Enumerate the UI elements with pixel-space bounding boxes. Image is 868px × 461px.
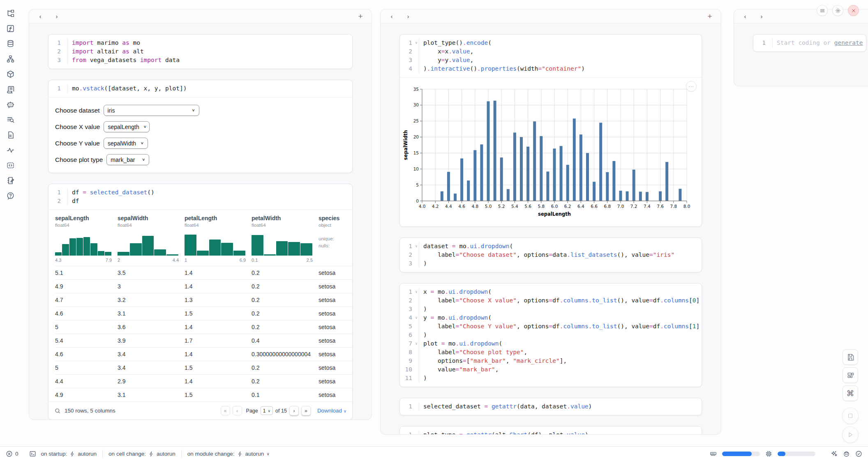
- altair-bar-chart[interactable]: 4.04.24.44.64.85.05.25.45.65.86.06.26.46…: [402, 83, 693, 221]
- table-row[interactable]: 4.73.21.30.2setosa: [55, 293, 352, 307]
- notebook-cell: 1plot_type = getattr(alt.Chart(df), plot…: [399, 426, 702, 435]
- database-icon[interactable]: [6, 39, 15, 48]
- line-number: 4: [400, 65, 414, 73]
- column-header[interactable]: sepalWidthfloat6424.4: [118, 215, 185, 266]
- chart-options-icon[interactable]: ⋯: [686, 81, 697, 92]
- runtime-config-segment[interactable]: on startup:autorun: [41, 451, 97, 457]
- fold-chevron-icon[interactable]: ∨: [414, 242, 419, 251]
- svg-text:4.0: 4.0: [419, 204, 426, 209]
- line-number: 1: [400, 431, 414, 435]
- function-square-icon[interactable]: [6, 24, 15, 33]
- search-icon[interactable]: [54, 408, 61, 414]
- column-header[interactable]: petalWidthfloat640.12.5: [252, 215, 319, 266]
- package-icon[interactable]: [6, 70, 15, 78]
- svg-text:7.4: 7.4: [644, 204, 651, 209]
- scroll-left-icon[interactable]: ‹: [35, 11, 46, 22]
- scroll-right-icon[interactable]: ›: [403, 11, 413, 22]
- line-number: 1: [48, 39, 62, 47]
- dropdown-select-choose-y-value[interactable]: sepalWidth∨: [104, 138, 148, 149]
- table-row[interactable]: 4.63.41.40.30000000000000004setosa: [55, 347, 352, 361]
- column-header[interactable]: petalLengthfloat6416.9: [185, 215, 252, 266]
- line-number: 4: [400, 313, 414, 322]
- code-editor[interactable]: 1plot_type = getattr(alt.Chart(df), plot…: [400, 426, 702, 435]
- column-header[interactable]: sepalLengthfloat644.37.9: [55, 215, 118, 266]
- table-row[interactable]: 5.13.51.40.2setosa: [55, 266, 352, 279]
- code-editor[interactable]: 1∨dataset = mo.ui.dropdown(2 label="Choo…: [400, 238, 702, 272]
- line-number: 6: [400, 331, 414, 339]
- cell-output: sepalLengthfloat644.37.9sepalWidthfloat6…: [48, 210, 352, 420]
- table-cell: 3.1: [118, 310, 185, 317]
- close-icon[interactable]: [848, 5, 859, 16]
- add-cell-icon[interactable]: +: [704, 11, 715, 22]
- dropdown-row: Choose Y valuesepalWidth∨: [55, 138, 346, 149]
- fold-chevron-icon[interactable]: ∨: [414, 313, 419, 322]
- scroll-icon[interactable]: [6, 85, 15, 94]
- connection-check-icon[interactable]: [855, 450, 862, 457]
- page-select[interactable]: 1∨: [261, 406, 273, 415]
- table-row[interactable]: 5.43.91.70.4setosa: [55, 334, 352, 347]
- terminal-icon[interactable]: [29, 450, 36, 457]
- save-icon[interactable]: [843, 349, 858, 365]
- table-cell: setosa: [319, 324, 347, 330]
- column-header[interactable]: speciesobjectunique:nulls:: [319, 215, 347, 266]
- prev-page-button[interactable]: ‹: [233, 406, 242, 415]
- scroll-right-icon[interactable]: ›: [756, 11, 767, 22]
- dropdown-select-choose-plot-type[interactable]: mark_bar∨: [106, 154, 149, 165]
- dropdown-select-choose-x-value[interactable]: sepalLength∨: [104, 121, 150, 132]
- scroll-right-icon[interactable]: ›: [51, 11, 62, 22]
- code-editor[interactable]: 1selected_dataset = getattr(data, datase…: [400, 398, 702, 415]
- svg-text:4.2: 4.2: [432, 204, 439, 209]
- scroll-left-icon[interactable]: ‹: [386, 11, 397, 22]
- ai-sparkles-icon[interactable]: [831, 450, 838, 457]
- scroll-left-icon[interactable]: ‹: [740, 11, 750, 22]
- list-search-icon[interactable]: [6, 115, 15, 124]
- table-row[interactable]: 4.63.11.50.2setosa: [55, 307, 352, 320]
- svg-text:5.2: 5.2: [498, 204, 505, 209]
- lightning-bolt-icon: [69, 451, 75, 457]
- file-tree-icon[interactable]: [6, 9, 15, 18]
- table-cell: 5.4: [55, 337, 118, 344]
- assistant-icon[interactable]: [843, 450, 850, 457]
- table-row[interactable]: 53.61.40.2setosa: [55, 320, 352, 334]
- code-editor[interactable]: 1mo.vstack([dataset, x, y, plot]): [48, 80, 352, 97]
- bot-chat-icon[interactable]: [6, 100, 15, 109]
- table-row[interactable]: 53.41.50.2setosa: [55, 361, 352, 374]
- table-cell: 4.9: [55, 283, 118, 290]
- fold-chevron-icon[interactable]: ∨: [414, 39, 419, 47]
- dropdown-select-choose-dataset[interactable]: iris∨: [104, 105, 199, 116]
- runtime-config-segment[interactable]: on module change:autorun∨: [187, 451, 270, 457]
- workflow-icon[interactable]: [6, 55, 15, 63]
- table-cell: 0.2: [252, 297, 319, 303]
- stop-icon[interactable]: [842, 408, 859, 424]
- errors-icon[interactable]: [6, 450, 13, 457]
- next-page-button[interactable]: ›: [289, 406, 299, 415]
- command-icon[interactable]: ⌘: [843, 385, 858, 401]
- run-icon[interactable]: [842, 426, 859, 443]
- last-page-button[interactable]: »: [301, 406, 311, 415]
- table-row[interactable]: 4.931.40.2setosa: [55, 279, 352, 293]
- table-row[interactable]: 4.93.11.50.1setosa: [55, 388, 352, 401]
- table-cell: setosa: [319, 351, 347, 357]
- code-editor[interactable]: 1Start coding or generate with AI: [753, 35, 866, 51]
- fold-chevron-icon[interactable]: ∨: [414, 339, 419, 348]
- code-editor[interactable]: 1import marimo as mo2import altair as al…: [48, 35, 352, 69]
- fold-chevron-icon[interactable]: ∨: [414, 288, 419, 296]
- code-editor[interactable]: 1∨x = mo.ui.dropdown(2 label="Choose X v…: [400, 284, 702, 387]
- table-row[interactable]: 4.42.91.40.2setosa: [55, 374, 352, 388]
- document-icon[interactable]: [6, 131, 15, 139]
- layout-icon[interactable]: [843, 367, 858, 383]
- download-button[interactable]: Download ∨: [317, 408, 346, 414]
- help-circle-icon[interactable]: [6, 191, 15, 200]
- notebook-pen-icon[interactable]: [6, 176, 15, 185]
- settings-gear-icon[interactable]: [832, 5, 843, 16]
- table-cell: 0.2: [252, 324, 319, 330]
- code-box-icon[interactable]: [6, 161, 15, 170]
- first-page-button[interactable]: «: [221, 406, 230, 415]
- chevron-down-icon: ∨: [266, 452, 269, 456]
- code-editor[interactable]: 1∨plot_type().encode(2 x=x.value,3 y=y.v…: [400, 35, 702, 77]
- menu-icon[interactable]: [817, 5, 828, 16]
- activity-icon[interactable]: [6, 146, 15, 154]
- add-cell-icon[interactable]: +: [355, 11, 366, 22]
- code-editor[interactable]: 1df = selected_dataset()2df: [48, 184, 352, 210]
- runtime-config-segment[interactable]: on cell change:autorun: [108, 451, 175, 457]
